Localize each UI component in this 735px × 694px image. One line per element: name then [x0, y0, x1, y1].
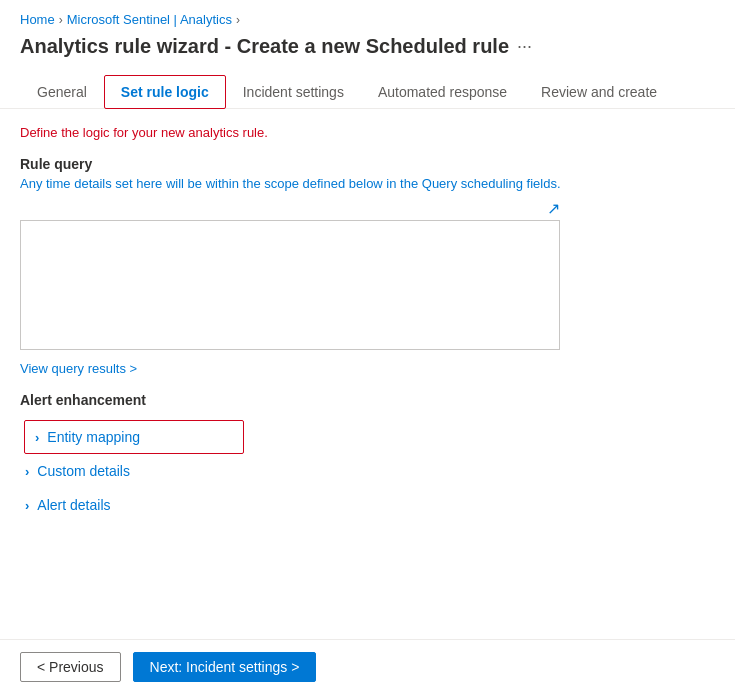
alert-details-item[interactable]: › Alert details [24, 488, 715, 522]
expand-query-icon[interactable]: ↗ [547, 199, 560, 218]
entity-mapping-row: › Entity mapping [24, 420, 715, 454]
entity-mapping-label: Entity mapping [47, 429, 140, 445]
page-title-area: Analytics rule wizard - Create a new Sch… [0, 35, 735, 74]
main-content: Define the logic for your new analytics … [0, 109, 735, 538]
custom-details-label: Custom details [37, 463, 130, 479]
info-text: Define the logic for your new analytics … [20, 125, 715, 140]
tab-set-rule-logic[interactable]: Set rule logic [104, 75, 226, 109]
breadcrumb-sep-2: › [236, 13, 240, 27]
tab-review-and-create[interactable]: Review and create [524, 75, 674, 109]
alert-details-label: Alert details [37, 497, 110, 513]
next-button[interactable]: Next: Incident settings > [133, 652, 317, 682]
custom-details-chevron: › [25, 464, 29, 479]
alert-details-row: › Alert details [24, 488, 715, 522]
tab-automated-response[interactable]: Automated response [361, 75, 524, 109]
previous-button[interactable]: < Previous [20, 652, 121, 682]
breadcrumb: Home › Microsoft Sentinel | Analytics › [0, 0, 735, 35]
expand-icon-area: ↗ [20, 199, 560, 218]
tab-general[interactable]: General [20, 75, 104, 109]
breadcrumb-analytics[interactable]: Microsoft Sentinel | Analytics [67, 12, 232, 27]
view-query-results-link[interactable]: View query results > [20, 361, 137, 376]
rule-query-section: Rule query Any time details set here wil… [20, 156, 715, 353]
entity-mapping-chevron: › [35, 430, 39, 445]
tab-bar: General Set rule logic Incident settings… [0, 74, 735, 109]
custom-details-item[interactable]: › Custom details [24, 454, 715, 488]
entity-mapping-item[interactable]: › Entity mapping [24, 420, 244, 454]
alert-details-chevron: › [25, 498, 29, 513]
breadcrumb-home[interactable]: Home [20, 12, 55, 27]
breadcrumb-sep-1: › [59, 13, 63, 27]
rule-query-input[interactable] [20, 220, 560, 350]
rule-query-title: Rule query [20, 156, 715, 172]
more-options-icon[interactable]: ··· [517, 36, 532, 57]
tab-incident-settings[interactable]: Incident settings [226, 75, 361, 109]
rule-query-subtitle: Any time details set here will be within… [20, 176, 715, 191]
alert-enhancement-title: Alert enhancement [20, 392, 715, 408]
alert-enhancement-section: Alert enhancement › Entity mapping › Cus… [20, 392, 715, 522]
footer: < Previous Next: Incident settings > [0, 639, 735, 694]
page-title: Analytics rule wizard - Create a new Sch… [20, 35, 509, 58]
custom-details-row: › Custom details [24, 454, 715, 488]
